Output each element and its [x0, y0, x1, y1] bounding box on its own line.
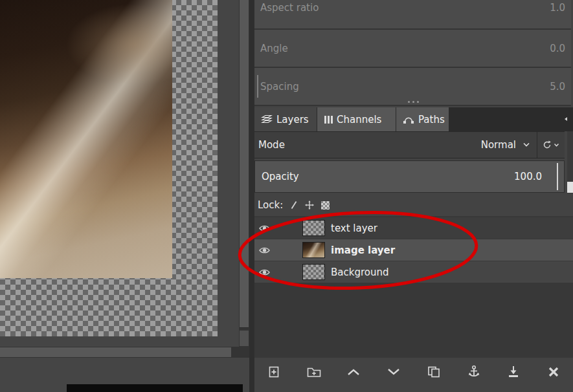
layers-icon — [261, 114, 273, 124]
lock-label: Lock: — [258, 199, 283, 211]
layer-row-text-layer[interactable]: text layer — [254, 217, 573, 239]
lower-layer-button[interactable] — [383, 362, 405, 382]
visibility-eye-icon[interactable] — [259, 224, 272, 232]
chevron-up-icon — [347, 368, 360, 376]
layer-mode-row: Mode Normal — [254, 131, 565, 158]
angle-label: Angle — [260, 43, 550, 54]
spacing-slider-handle[interactable] — [257, 75, 258, 98]
window-bottom-edge — [67, 384, 243, 392]
anchor-layer-button[interactable] — [463, 362, 485, 382]
dock-divider[interactable] — [249, 0, 254, 392]
layer-thumbnail[interactable] — [302, 264, 325, 280]
opacity-value: 100.0 — [514, 171, 542, 182]
aspect-ratio-label: Aspect ratio — [260, 2, 550, 14]
merge-down-button[interactable] — [502, 362, 524, 382]
layer-name[interactable]: text layer — [331, 223, 377, 234]
gimp-window: Aspect ratio 1.0 Angle 0.0 Spacing 5.0 — [0, 0, 573, 392]
lock-position-icon[interactable] — [305, 201, 314, 210]
layer-name[interactable]: Background — [331, 267, 389, 278]
layer-list: text layer image layer Background — [254, 216, 573, 358]
duplicate-layer-icon — [427, 365, 441, 378]
opacity-slider-handle[interactable] — [557, 163, 558, 190]
spacing-value: 5.0 — [550, 81, 565, 93]
canvas-vertical-scrollbar[interactable] — [239, 0, 249, 358]
mode-switch-button[interactable] — [537, 132, 565, 158]
new-layer-group-icon — [306, 365, 322, 378]
anchor-icon — [467, 365, 480, 379]
lock-alpha-icon[interactable] — [321, 201, 330, 210]
dock-panel: Aspect ratio 1.0 Angle 0.0 Spacing 5.0 — [254, 0, 573, 392]
duplicate-layer-button[interactable] — [423, 362, 445, 382]
layer-thumbnail[interactable] — [302, 220, 325, 236]
spacing-label: Spacing — [260, 81, 550, 93]
lock-row: Lock: — [254, 195, 573, 215]
tab-channels[interactable]: Channels — [317, 107, 396, 131]
aspect-ratio-value: 1.0 — [550, 2, 565, 14]
dock-tabbar: Layers Channels Paths — [254, 107, 573, 131]
opacity-slider[interactable]: Opacity 100.0 — [254, 160, 565, 193]
new-layer-group-button[interactable] — [303, 362, 325, 382]
horizontal-scrollbar-thumb[interactable] — [0, 347, 231, 357]
visibility-eye-icon[interactable] — [259, 268, 272, 276]
tab-menu-button[interactable] — [561, 114, 571, 124]
chevron-down-icon — [387, 368, 400, 376]
panel-resize-handle[interactable] — [394, 98, 432, 105]
tab-paths[interactable]: Paths — [396, 107, 449, 131]
layer-row-image-layer[interactable]: image layer — [254, 239, 573, 261]
visibility-eye-icon[interactable] — [259, 246, 272, 254]
tab-layers-label: Layers — [276, 114, 309, 125]
layer-thumbnail[interactable] — [302, 242, 325, 258]
opacity-label: Opacity — [262, 171, 514, 182]
merge-down-icon — [507, 365, 520, 379]
delete-x-icon — [548, 366, 559, 378]
new-layer-button[interactable] — [263, 362, 285, 382]
layers-toolbar — [254, 360, 573, 384]
canvas-horizontal-scrollbar[interactable] — [0, 347, 239, 358]
mode-dropdown[interactable]: Normal — [481, 139, 516, 151]
tab-paths-label: Paths — [418, 114, 445, 125]
vertical-scrollbar-button[interactable] — [240, 331, 249, 346]
vertical-scrollbar-thumb[interactable] — [240, 0, 249, 328]
channels-icon — [324, 115, 333, 124]
layer-name[interactable]: image layer — [331, 245, 395, 256]
angle-slider[interactable]: Angle 0.0 — [254, 30, 571, 67]
chevron-down-icon — [554, 143, 559, 147]
layer-row-background[interactable]: Background — [254, 261, 573, 283]
lock-paint-icon[interactable] — [290, 201, 298, 210]
reset-icon — [543, 140, 552, 149]
raise-layer-button[interactable] — [343, 362, 365, 382]
mode-label: Mode — [258, 139, 285, 151]
delete-layer-button[interactable] — [543, 362, 565, 382]
panel-side-scrollbar[interactable] — [567, 131, 573, 193]
separator — [254, 105, 571, 106]
panel-side-scrollbar-thumb[interactable] — [567, 182, 573, 193]
tab-channels-label: Channels — [337, 114, 381, 125]
canvas-photo-image[interactable] — [0, 0, 172, 278]
paths-icon — [403, 115, 414, 124]
aspect-ratio-slider[interactable]: Aspect ratio 1.0 — [254, 0, 571, 28]
chevron-down-icon[interactable] — [522, 142, 530, 147]
tab-layers[interactable]: Layers — [254, 107, 317, 131]
tab-menu-arrow-icon — [563, 116, 568, 122]
angle-value: 0.0 — [550, 43, 565, 54]
new-layer-icon — [267, 365, 281, 379]
